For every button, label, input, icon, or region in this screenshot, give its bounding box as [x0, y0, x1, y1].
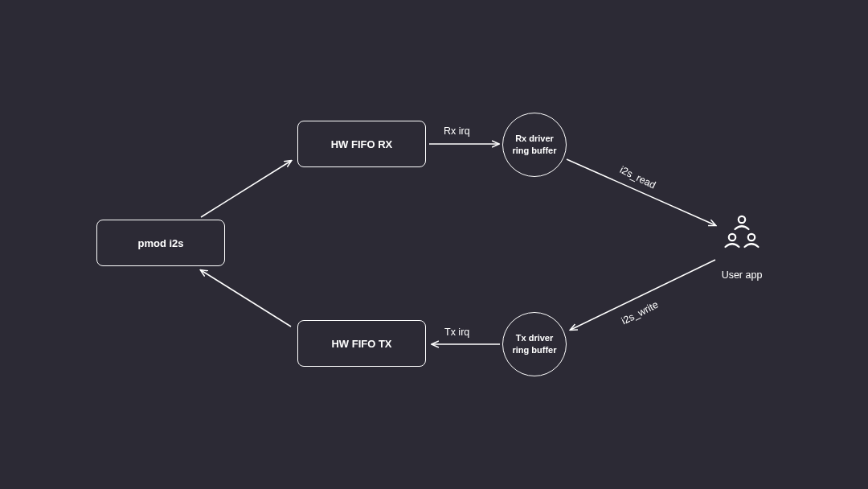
node-hw-fifo-rx: HW FIFO RX — [297, 121, 426, 167]
svg-point-1 — [729, 234, 735, 240]
node-label: Rx driver ring buffer — [513, 133, 557, 157]
node-label: pmod i2s — [137, 237, 183, 249]
node-pmod-i2s: pmod i2s — [96, 220, 225, 266]
arrow-userapp-to-txring — [571, 260, 715, 330]
node-label: HW FIFO RX — [331, 138, 393, 150]
node-tx-ring-buffer: Tx driver ring buffer — [502, 312, 567, 376]
arrow-rxring-to-userapp — [567, 159, 715, 225]
node-rx-ring-buffer: Rx driver ring buffer — [502, 113, 567, 177]
svg-point-2 — [748, 234, 755, 240]
arrow-fifotx-to-pmod — [201, 270, 291, 327]
edge-label-rx-irq: Rx irq — [444, 125, 470, 137]
node-hw-fifo-tx: HW FIFO TX — [297, 320, 426, 367]
node-label: User app — [722, 269, 763, 281]
svg-point-0 — [739, 216, 745, 223]
edge-label-i2s-read: i2s_read — [618, 164, 657, 191]
node-label: Tx driver ring buffer — [513, 332, 557, 356]
node-label: HW FIFO TX — [331, 338, 391, 350]
user-app-icon — [723, 213, 760, 250]
edge-label-i2s-write: i2s_write — [620, 299, 660, 327]
arrow-pmod-to-fiforx — [201, 161, 291, 217]
edge-label-tx-irq: Tx irq — [444, 327, 469, 338]
diagram-stage: pmod i2s HW FIFO RX HW FIFO TX Rx driver… — [0, 0, 868, 489]
user-app-label: User app — [717, 269, 767, 281]
